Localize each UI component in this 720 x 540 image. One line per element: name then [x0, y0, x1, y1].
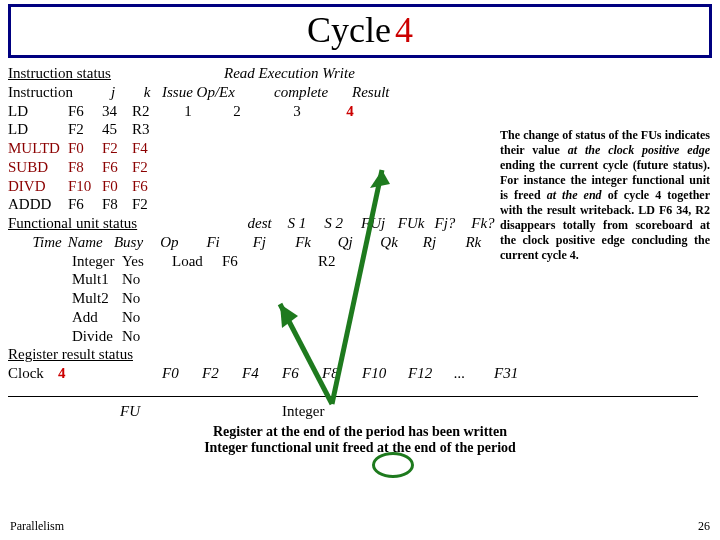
instr-row: LDF634R21234 [8, 102, 508, 121]
instr-row: ADDDF6F8F2 [8, 195, 508, 214]
fu-row: Mult1No [8, 270, 508, 289]
footer-page: 26 [698, 519, 710, 534]
slide-footer: Parallelism 26 [10, 519, 710, 534]
fu-row: Mult2No [8, 289, 508, 308]
reg-values: Integer [162, 402, 540, 421]
instr-status-heading: Instruction status [8, 64, 224, 83]
slide-title: Cycle 4 [8, 4, 712, 58]
fu-row: DivideNo [8, 327, 508, 346]
clock-value: 4 [58, 364, 98, 383]
fu-row: AddNo [8, 308, 508, 327]
footer-left: Parallelism [10, 519, 64, 534]
reg-col-headers: F0F2F4F6F8F10F12...F31 [162, 364, 540, 383]
instr-row: DIVDF10F0F6 [8, 177, 508, 196]
instr-row: LDF245R3 [8, 120, 508, 139]
instr-row: MULTDF0F2F4 [8, 139, 508, 158]
divider-line [8, 396, 698, 397]
instr-phase-heading: Read Execution Write [224, 64, 484, 83]
bottom-caption: Register at the end of the period has be… [8, 424, 712, 456]
fu-row: IntegerYesLoadF6R2 [8, 252, 508, 271]
title-number: 4 [395, 10, 413, 50]
side-note: The change of status of the FUs indicate… [500, 128, 710, 263]
reg-status-heading: Register result status [8, 345, 133, 364]
instr-row: SUBDF8F6F2 [8, 158, 508, 177]
fu-status-heading: Functional unit status [8, 214, 248, 233]
scoreboard-tables: Instruction status Read Execution Write … [8, 64, 508, 420]
title-word: Cycle [307, 10, 391, 50]
